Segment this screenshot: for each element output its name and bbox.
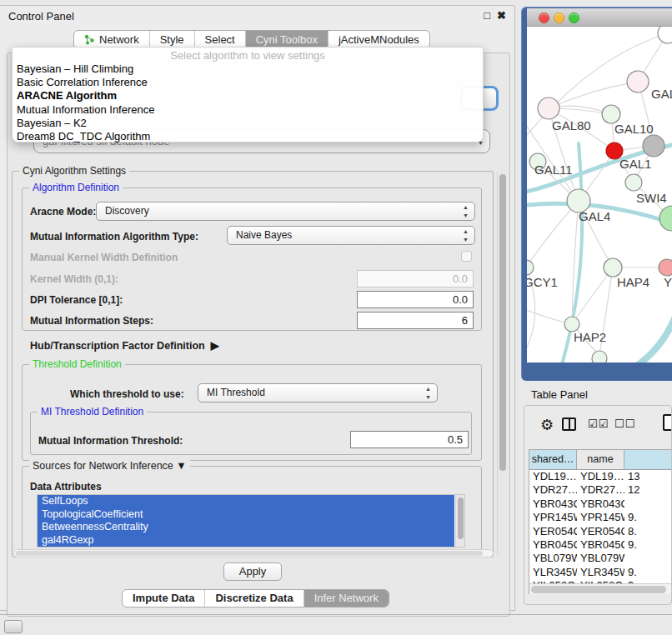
expand-right-icon: ▶	[208, 339, 219, 352]
manual-kernel-width-label: Manual Kernel Width Definition	[30, 252, 178, 263]
stepper-arrows-icon: ▲▼	[463, 203, 469, 220]
mi-steps-label: Mutual Information Steps:	[30, 315, 153, 327]
algorithm-option[interactable]: Dream8 DC_TDC Algorithm	[13, 130, 483, 143]
column-header-partial[interactable]	[624, 450, 672, 469]
gear-icon[interactable]: ⚙	[540, 416, 554, 434]
algorithm-select-popup: Select algorithm to view settings Bayesi…	[12, 47, 484, 142]
deselect-all-columns-icon[interactable]: ☐☐	[614, 418, 635, 430]
collapse-down-icon: ▼	[176, 460, 186, 472]
aracne-mode-combo[interactable]: Discovery ▲▼	[96, 202, 475, 221]
algorithm-option[interactable]: Bayesian – K2	[13, 117, 483, 130]
column-view-icon[interactable]	[562, 418, 576, 431]
list-scrollbar-track[interactable]	[455, 495, 464, 548]
table-hscrollbar-thumb[interactable]	[531, 586, 666, 593]
tab-infer-network[interactable]: Infer Network	[304, 590, 389, 607]
mi-steps-field[interactable]: 6	[357, 312, 474, 329]
manual-kernel-width-checkbox[interactable]	[461, 251, 472, 262]
network-canvas[interactable]: GAL80 GAL10 GAL11 GAL1 SWI4 GAL4 GCY1 HA…	[527, 27, 672, 362]
settings-group-title: Cyni Algorithm Settings	[19, 165, 129, 177]
tab-cyni-toolbox[interactable]: Cyni Toolbox	[246, 31, 328, 48]
node-label: GAL80	[552, 118, 591, 132]
close-window-icon[interactable]: ✖	[497, 9, 506, 22]
algorithm-definition-title: Algorithm Definition	[29, 182, 123, 193]
data-attributes-label: Data Attributes	[30, 481, 102, 492]
table-row[interactable]: YPR145W YPR145W 9.	[529, 511, 672, 524]
table-header: shared… name	[529, 450, 672, 470]
list-item[interactable]: SelfLoops	[38, 495, 454, 508]
table-row[interactable]: YDR27… YDR27… 12	[529, 483, 672, 497]
table-row[interactable]: YDL19… YDL19… 13	[529, 470, 672, 483]
node-gcy1[interactable]	[527, 260, 534, 275]
float-window-icon[interactable]: □	[484, 9, 490, 22]
panel-toggle-icon[interactable]	[4, 620, 23, 633]
tab-select[interactable]: Select	[195, 31, 246, 48]
column-header-name[interactable]: name	[577, 450, 624, 469]
table-row[interactable]: YER054C YER054C 8.	[529, 525, 672, 538]
column-header-shared-name[interactable]: shared…	[529, 450, 577, 469]
node-label: Y	[664, 275, 672, 289]
algorithm-select-prompt: Select algorithm to view settings	[13, 48, 483, 62]
algorithm-option-selected[interactable]: ARACNE Algorithm	[13, 89, 483, 102]
tab-discretize-data[interactable]: Discretize Data	[205, 590, 303, 607]
node-swi4[interactable]	[625, 174, 642, 191]
minimize-traffic-icon[interactable]	[554, 12, 564, 23]
node-table: shared… name YDL19… YDL19… 13 YDR27… YDR…	[529, 449, 672, 594]
table-row[interactable]: YBL079W YBL079W	[529, 552, 672, 565]
stepper-arrows-icon: ▲▼	[425, 385, 431, 402]
node-salmon[interactable]	[659, 259, 672, 276]
node-gal80[interactable]	[538, 98, 559, 119]
control-panel-title: Control Panel	[8, 10, 74, 22]
tab-impute-data[interactable]: Impute Data	[123, 590, 205, 607]
node-label: GAL4	[579, 209, 610, 223]
algorithm-option[interactable]: Bayesian – Hill Climbing	[13, 62, 483, 76]
network-window-titlebar[interactable]	[527, 8, 672, 27]
settings-hscrollbar-thumb[interactable]	[16, 551, 483, 556]
tab-network[interactable]: Network	[74, 31, 150, 48]
node-label: GAL10	[614, 122, 654, 136]
kernel-width-label: Kernel Width (0,1):	[30, 273, 118, 285]
close-traffic-icon[interactable]	[539, 12, 549, 23]
list-scrollbar-thumb[interactable]	[458, 498, 464, 539]
table-row[interactable]: YBR043C YBR043C	[529, 498, 672, 511]
export-table-icon[interactable]	[663, 414, 672, 431]
algorithm-option[interactable]: Mutual Information Inference	[13, 103, 483, 117]
network-view-window: GAL80 GAL10 GAL11 GAL1 SWI4 GAL4 GCY1 HA…	[521, 7, 672, 381]
settings-scrollbar-thumb[interactable]	[499, 174, 506, 471]
node-gray[interactable]	[643, 135, 664, 157]
table-hscrollbar-track[interactable]	[529, 583, 672, 594]
which-threshold-combo[interactable]: MI Threshold ▲▼	[198, 383, 438, 402]
apply-button[interactable]: Apply	[223, 562, 282, 581]
node-gal10[interactable]	[602, 105, 620, 123]
node-hap4[interactable]	[604, 258, 622, 277]
list-item[interactable]: gal4RGexp	[38, 534, 454, 548]
sources-group-title[interactable]: Sources for Network Inference ▼	[29, 460, 190, 472]
kernel-width-field[interactable]: 0.0	[357, 270, 474, 288]
settings-hscrollbar-track[interactable]	[13, 549, 494, 558]
zoom-traffic-icon[interactable]	[569, 12, 579, 23]
cyni-mode-tabbar: Impute Data Discretize Data Infer Networ…	[122, 589, 389, 608]
node-label: GCY1	[527, 275, 558, 289]
node-bright-green[interactable]	[659, 206, 672, 231]
mi-threshold-field[interactable]: 0.5	[350, 431, 469, 448]
dpi-tolerance-field[interactable]: 0.0	[357, 291, 474, 308]
hub-definition-expander[interactable]: Hub/Transcription Factor Definition ▶	[30, 339, 219, 352]
mi-algorithm-type-combo[interactable]: Naive Bayes ▲▼	[227, 226, 475, 245]
node-unlabeled[interactable]	[658, 27, 672, 43]
list-item[interactable]: BetweennessCentrality	[38, 521, 454, 534]
node-bottom-partial[interactable]	[592, 351, 607, 362]
column-divider	[569, 419, 570, 429]
panel-divider	[0, 614, 672, 615]
window-controls: □✖	[477, 9, 506, 22]
application-root: Control Panel □✖ Network Style Select Cy…	[0, 0, 672, 635]
settings-scrollbar-track[interactable]	[497, 172, 507, 556]
node-label: GAL	[651, 87, 672, 101]
list-item[interactable]: TopologicalCoefficient	[38, 508, 454, 522]
table-row[interactable]: YLR345W YLR345W 9.	[529, 566, 672, 579]
algorithm-option[interactable]: Basic Correlation Inference	[13, 76, 483, 89]
select-all-columns-icon[interactable]: ☑☑	[588, 418, 609, 430]
table-row[interactable]: YBR045C YBR045C 9.	[529, 538, 672, 552]
tab-jactivemnodules[interactable]: jActiveMNodules	[328, 31, 429, 48]
control-panel-window: Control Panel □✖ Network Style Select Cy…	[0, 5, 515, 611]
node-gal-partial[interactable]	[627, 71, 649, 92]
tab-style[interactable]: Style	[150, 31, 195, 48]
